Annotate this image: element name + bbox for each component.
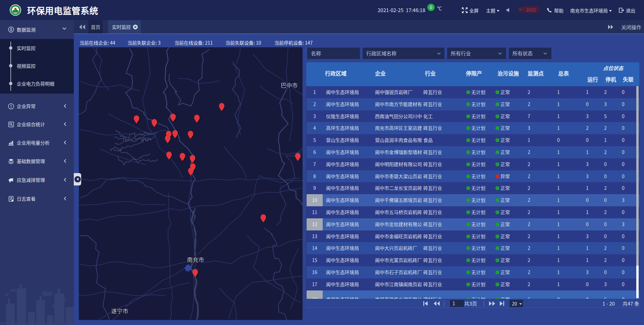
svg-text:巴中市: 巴中市 <box>281 81 298 89</box>
svg-text:南充市: 南充市 <box>187 255 204 264</box>
svg-text:遂宁市: 遂宁市 <box>111 307 128 315</box>
